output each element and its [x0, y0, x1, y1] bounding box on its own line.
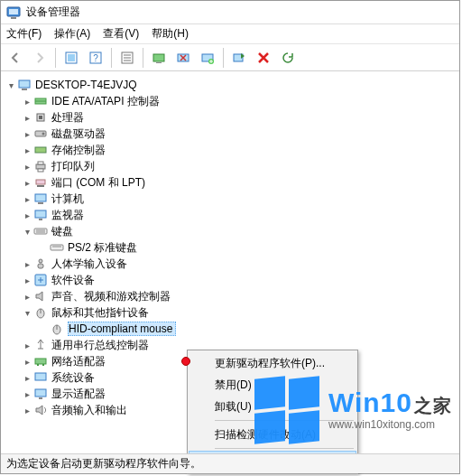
toolbar: ?	[1, 44, 459, 71]
ctx-scan[interactable]: 扫描检测硬件改动(A)	[189, 424, 356, 445]
node-label: 网络适配器	[51, 354, 106, 369]
toolbar-refresh-button[interactable]	[277, 47, 299, 69]
node-label: 键盘	[51, 224, 73, 239]
tree-node-ide[interactable]: ▸ IDE ATA/ATAPI 控制器	[21, 93, 456, 109]
node-label: 系统设备	[51, 370, 95, 386]
node-label: DESKTOP-T4EJVJQ	[35, 79, 136, 91]
tree-node-keyboard[interactable]: ▾ 键盘	[21, 223, 456, 239]
toolbar-scan-button[interactable]	[228, 47, 250, 69]
toolbar-show-hidden-button[interactable]	[60, 47, 82, 69]
svg-rect-18	[22, 89, 27, 90]
svg-rect-52	[39, 397, 42, 399]
tree-node-sound[interactable]: ▸ 声音、视频和游戏控制器	[21, 288, 456, 304]
tree-node-hid-mouse[interactable]: ▸ HID-compliant mouse	[37, 321, 456, 337]
expander-icon[interactable]: ▸	[21, 371, 33, 384]
software-icon	[33, 273, 48, 287]
system-icon	[33, 370, 48, 385]
toolbar-uninstall-button[interactable]	[197, 47, 218, 69]
svg-rect-4	[68, 54, 75, 61]
svg-rect-38	[51, 245, 63, 250]
toolbar-separator	[223, 48, 224, 68]
toolbar-back-button[interactable]	[5, 47, 26, 69]
expander-icon[interactable]: ▾	[5, 79, 17, 91]
ctx-label: 扫描检测硬件改动(A)	[215, 427, 316, 443]
status-text: 为选定设备启动更新驱动程序软件向导。	[6, 456, 201, 471]
device-manager-window: 设备管理器 文件(F) 操作(A) 查看(V) 帮助(H) ? ▾ DESKTO…	[0, 0, 460, 474]
expander-icon[interactable]: ▸	[21, 355, 33, 368]
menu-view[interactable]: 查看(V)	[103, 26, 139, 42]
expander-icon[interactable]: ▸	[21, 160, 33, 173]
expander-icon[interactable]: ▸	[21, 404, 33, 416]
node-label: 声音、视频和游戏控制器	[51, 289, 171, 304]
network-icon	[33, 354, 48, 369]
expander-icon[interactable]: ▸	[21, 111, 33, 124]
menu-file[interactable]: 文件(F)	[6, 26, 42, 42]
expander-icon[interactable]: ▸	[21, 209, 33, 221]
expander-icon[interactable]: ▸	[21, 144, 33, 156]
tree-node-ps2[interactable]: ▸ PS/2 标准键盘	[37, 239, 456, 256]
svg-rect-28	[38, 169, 43, 172]
node-label: 软件设备	[51, 273, 95, 288]
svg-rect-35	[34, 229, 47, 234]
node-label: 打印队列	[51, 159, 95, 174]
toolbar-delete-button[interactable]	[253, 47, 274, 69]
tree-node-cpu[interactable]: ▸ 处理器	[21, 109, 456, 126]
toolbar-disable-button[interactable]	[172, 47, 194, 69]
mouse-icon	[50, 322, 64, 336]
tree-node-sw[interactable]: ▸ 软件设备	[21, 272, 456, 288]
expander-icon[interactable]: ▸	[21, 387, 33, 400]
toolbar-separator	[111, 48, 112, 68]
node-label: PS/2 标准键盘	[68, 240, 137, 256]
expander-icon[interactable]: ▸	[21, 176, 33, 189]
toolbar-forward-button[interactable]	[29, 47, 51, 69]
expander-icon[interactable]: ▾	[21, 225, 33, 238]
cpu-icon	[33, 110, 48, 125]
node-label: 磁盘驱动器	[51, 126, 106, 142]
computer-icon	[17, 78, 32, 92]
svg-rect-41	[38, 264, 43, 268]
svg-rect-51	[35, 389, 46, 397]
node-label: 通用串行总线控制器	[51, 338, 149, 353]
port-icon	[33, 175, 48, 190]
svg-rect-33	[35, 210, 46, 218]
svg-rect-48	[37, 364, 39, 366]
menu-help[interactable]: 帮助(H)	[152, 26, 189, 42]
tree-node-hid[interactable]: ▸ 人体学输入设备	[21, 256, 456, 272]
tree-node-computer[interactable]: ▸ 计算机	[21, 191, 456, 207]
menu-action[interactable]: 操作(A)	[54, 26, 90, 42]
tree-node-ports[interactable]: ▸ 端口 (COM 和 LPT)	[21, 174, 456, 191]
svg-text:?: ?	[93, 53, 98, 63]
toolbar-update-driver-button[interactable]	[148, 47, 170, 69]
expander-icon[interactable]: ▸	[21, 127, 33, 140]
svg-rect-32	[38, 202, 43, 204]
svg-rect-50	[35, 373, 46, 380]
tree-node-storage[interactable]: ▸ 存储控制器	[21, 142, 456, 158]
menubar: 文件(F) 操作(A) 查看(V) 帮助(H)	[1, 24, 459, 44]
tree-root[interactable]: ▾ DESKTOP-T4EJVJQ	[5, 77, 456, 93]
tree-node-printq[interactable]: ▸ 打印队列	[21, 158, 456, 174]
toolbar-help-button[interactable]: ?	[85, 47, 106, 69]
titlebar: 设备管理器	[1, 1, 459, 24]
toolbar-properties-button[interactable]	[116, 47, 138, 69]
expander-icon[interactable]: ▾	[21, 306, 33, 319]
ctx-separator	[215, 448, 354, 449]
node-label: 显示适配器	[51, 387, 106, 402]
expander-icon[interactable]: ▸	[21, 192, 33, 205]
tree-node-disk[interactable]: ▸ 磁盘驱动器	[21, 126, 456, 142]
expander-icon[interactable]: ▸	[21, 257, 33, 270]
tree-node-monitor[interactable]: ▸ 监视器	[21, 207, 456, 223]
expander-icon[interactable]: ▸	[21, 290, 33, 303]
ctx-disable[interactable]: 禁用(D)	[189, 374, 356, 396]
node-label: 计算机	[51, 191, 84, 207]
svg-rect-29	[36, 180, 45, 184]
printer-icon	[33, 159, 48, 173]
computer-icon	[33, 191, 48, 206]
keyboard-icon	[33, 224, 48, 238]
expander-icon[interactable]: ▸	[21, 274, 33, 286]
ctx-update-driver[interactable]: 更新驱动程序软件(P)...	[189, 352, 356, 374]
expander-icon[interactable]: ▸	[21, 339, 33, 351]
ctx-uninstall[interactable]: 卸载(U)	[189, 396, 356, 417]
svg-rect-49	[42, 364, 44, 366]
expander-icon[interactable]: ▸	[21, 95, 33, 107]
tree-node-mouse-cat[interactable]: ▾ 鼠标和其他指针设备	[21, 304, 456, 321]
